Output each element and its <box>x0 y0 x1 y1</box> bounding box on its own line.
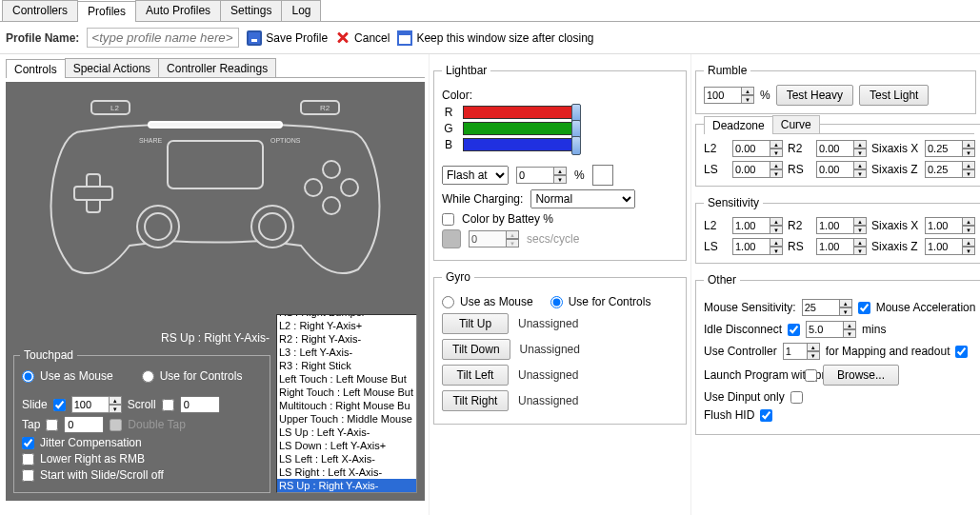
mapping-item[interactable]: LS Up : Left Y-Axis- <box>277 426 416 439</box>
touchpad-use-as-mouse-label: Use as Mouse <box>40 369 113 383</box>
rumble-down[interactable]: ▼ <box>741 95 754 104</box>
subtab-controller-readings[interactable]: Controller Readings <box>158 58 276 77</box>
mapping-item[interactable]: LS Left : Left X-Axis- <box>277 452 416 465</box>
test-heavy-button[interactable]: Test Heavy <box>776 85 853 106</box>
browse-button[interactable]: Browse... <box>823 365 899 386</box>
scroll-value-input[interactable] <box>180 396 220 413</box>
deadzone-tab[interactable]: Deadzone <box>704 116 773 134</box>
svg-rect-13 <box>149 122 282 128</box>
dinput-checkbox[interactable] <box>790 391 803 404</box>
cancel-button[interactable]: Cancel <box>335 30 390 46</box>
start-slide-checkbox[interactable] <box>22 469 34 482</box>
rumble-up[interactable]: ▲ <box>741 87 754 95</box>
subtab-controls[interactable]: Controls <box>6 59 66 78</box>
mapping-item[interactable]: L2 : Right Y-Axis+ <box>277 319 416 332</box>
idle-checkbox[interactable] <box>788 324 800 336</box>
gyro-use-as-mouse-label: Use as Mouse <box>460 295 533 308</box>
tab-controllers[interactable]: Controllers <box>2 0 78 21</box>
flash-up[interactable]: ▲ <box>553 167 567 175</box>
double-tap-checkbox <box>110 419 122 431</box>
touchpad-use-for-controls-radio[interactable] <box>142 370 154 383</box>
dz-r2[interactable] <box>816 140 854 157</box>
rainbow-icon[interactable] <box>442 229 461 248</box>
flush-label: Flush HID <box>704 408 754 422</box>
gyro-use-as-mouse-radio[interactable] <box>442 296 454 308</box>
flush-checkbox[interactable] <box>760 409 772 422</box>
mapping-item[interactable]: RS Up : Right Y-Axis- <box>277 479 416 492</box>
rumble-value[interactable] <box>704 87 742 104</box>
sub-tabstrip: Controls Special Actions Controller Read… <box>6 58 425 78</box>
sn-sixz[interactable] <box>925 238 963 255</box>
mapping-item[interactable]: R2 : Right Y-Axis- <box>277 332 416 346</box>
dz-sixx-label: Sixaxis X <box>871 142 919 155</box>
launch-checkbox[interactable] <box>805 369 817 382</box>
tap-checkbox[interactable] <box>46 419 58 431</box>
touchpad-use-as-mouse-radio[interactable] <box>22 370 34 383</box>
sn-r2[interactable] <box>816 217 854 234</box>
mapping-item[interactable]: LS Down : Left Y-Axis+ <box>277 439 416 452</box>
test-light-button[interactable]: Test Light <box>859 85 929 106</box>
slide-label: Slide <box>22 398 48 411</box>
flash-at-value[interactable] <box>516 167 554 184</box>
tilt-up-button[interactable]: Tilt Up <box>442 313 509 334</box>
jitter-checkbox[interactable] <box>22 437 34 449</box>
gyro-use-for-controls-radio[interactable] <box>550 296 563 308</box>
sn-l2[interactable] <box>732 217 770 234</box>
tilt-right-button[interactable]: Tilt Right <box>442 390 509 411</box>
dz-sixz[interactable] <box>925 161 963 178</box>
flash-color-swatch[interactable] <box>592 165 613 186</box>
color-by-battery-checkbox[interactable] <box>442 213 454 226</box>
idle-value[interactable] <box>806 321 844 338</box>
dz-rs[interactable] <box>816 161 854 178</box>
scroll-checkbox[interactable] <box>162 399 174 411</box>
dz-ls[interactable] <box>732 161 770 178</box>
sn-sixx[interactable] <box>925 217 963 234</box>
mapping-item[interactable]: Right Touch : Left Mouse But <box>277 386 416 399</box>
tilt-down-button[interactable]: Tilt Down <box>442 339 510 360</box>
mouse-accel-checkbox[interactable] <box>858 302 870 314</box>
r-slider[interactable] <box>463 106 577 119</box>
use-controller-value[interactable] <box>783 343 808 360</box>
mouse-sens-value[interactable] <box>802 299 840 316</box>
sn-ls[interactable] <box>732 238 770 255</box>
flash-at-select[interactable]: Flash at <box>442 166 509 185</box>
save-profile-button[interactable]: Save Profile <box>247 30 328 46</box>
profile-name-input[interactable] <box>87 28 239 48</box>
flash-down[interactable]: ▼ <box>553 175 567 184</box>
dz-sixz-label: Sixaxis Z <box>871 163 919 176</box>
tab-profiles[interactable]: Profiles <box>77 1 136 22</box>
g-slider[interactable] <box>463 122 577 135</box>
b-slider[interactable] <box>463 138 577 151</box>
use-controller-checkbox[interactable] <box>955 346 968 358</box>
mapping-item[interactable]: LS Right : Left X-Axis- <box>277 465 416 479</box>
dz-sixx[interactable] <box>925 140 963 157</box>
slide-down[interactable]: ▼ <box>109 405 122 413</box>
save-icon <box>247 30 262 46</box>
slide-up[interactable]: ▲ <box>109 396 122 405</box>
mapping-item[interactable]: Multitouch : Right Mouse Bu <box>277 399 416 412</box>
tab-auto-profiles[interactable]: Auto Profiles <box>135 0 221 21</box>
flash-pct: % <box>574 168 585 182</box>
slide-checkbox[interactable] <box>53 399 66 411</box>
keep-window-size-button[interactable]: Keep this window size after closing <box>397 30 593 46</box>
mapping-item[interactable]: R3 : Right Stick <box>277 359 416 372</box>
while-charging-select[interactable]: Normal <box>530 189 635 208</box>
dz-ls-label: LS <box>704 163 727 176</box>
mapping-list[interactable]: L1 : Left BumperR1 : Right BumperL2 : Ri… <box>276 314 417 493</box>
curve-tab[interactable]: Curve <box>772 115 820 133</box>
tab-log[interactable]: Log <box>281 0 321 21</box>
window-icon <box>397 30 412 46</box>
tab-settings[interactable]: Settings <box>220 0 282 21</box>
dz-l2[interactable] <box>732 140 770 157</box>
lightbar-legend: Lightbar <box>442 64 490 77</box>
mapping-item[interactable]: Upper Touch : Middle Mouse <box>277 412 416 426</box>
mapping-item[interactable]: L3 : Left Y-Axis- <box>277 346 416 359</box>
dz-rs-label: RS <box>788 163 810 176</box>
lower-rmb-checkbox[interactable] <box>22 453 34 465</box>
slide-value-input[interactable] <box>71 396 110 413</box>
subtab-special-actions[interactable]: Special Actions <box>65 58 159 77</box>
tilt-left-button[interactable]: Tilt Left <box>442 365 509 386</box>
mapping-item[interactable]: Left Touch : Left Mouse But <box>277 372 416 386</box>
tap-value-input[interactable] <box>64 416 104 433</box>
sn-rs[interactable] <box>816 238 854 255</box>
